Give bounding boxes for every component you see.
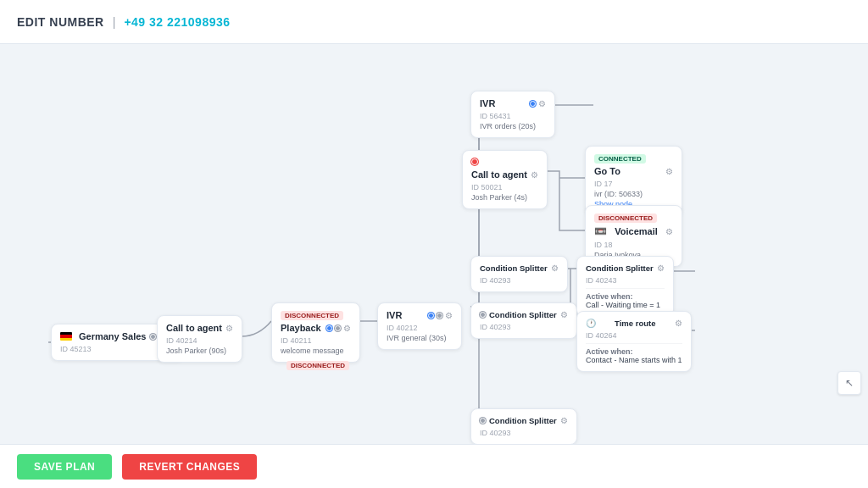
germany-sales-title: Germany Sales — [79, 331, 147, 341]
condition-mid-id: ID 40293 — [480, 323, 568, 331]
ivr-mid-gear[interactable]: ⚙ — [445, 311, 453, 320]
condition-right-top-active-value: Call - Waiting time = 1 — [586, 301, 665, 309]
ivr-top-title: IVR — [480, 98, 495, 108]
flag-germany — [60, 332, 72, 341]
goto-title: Go To — [594, 166, 620, 176]
condition-top-title: Condition Splitter — [480, 263, 548, 273]
goto-id: ID 17 — [594, 180, 673, 188]
call-agent-top-dot-red[interactable] — [471, 158, 478, 165]
dot-left[interactable] — [150, 334, 156, 340]
cursor-icon: ↖ — [845, 377, 854, 389]
playback-gear[interactable]: ⚙ — [343, 324, 351, 333]
time-route-node: 🕐 Time route ⚙ ID 40264 Active when: Con… — [576, 311, 692, 372]
call-agent-top-node: Call to agent ⚙ ID 50021 Josh Parker (4s… — [462, 150, 548, 209]
bottom-bar: SAVE PLAN REVERT CHANGES — [0, 444, 868, 488]
phone-number: +49 32 221098936 — [124, 15, 230, 29]
ivr-top-gear[interactable]: ⚙ — [538, 99, 546, 108]
goto-subtitle: ivr (ID: 50633) — [594, 190, 673, 198]
condition-bot-id: ID 40293 — [480, 429, 568, 437]
voicemail-gear[interactable]: ⚙ — [665, 227, 673, 236]
call-agent-left-gear[interactable]: ⚙ — [225, 324, 233, 333]
call-agent-top-subtitle: Josh Parker (4s) — [471, 193, 538, 202]
condition-mid-title: Condition Splitter — [489, 310, 557, 319]
condition-bot-title: Condition Splitter — [489, 416, 557, 425]
condition-bot-node: Condition Splitter ⚙ ID 40293 — [470, 408, 577, 444]
condition-right-top-node: Condition Splitter ⚙ ID 40243 Active whe… — [576, 256, 674, 317]
condition-top-gear[interactable]: ⚙ — [551, 263, 559, 273]
ivr-mid-node: IVR ⚙ ID 40212 IVR general (30s) — [377, 302, 462, 350]
call-agent-left-title: Call to agent — [166, 323, 222, 333]
scroll-helper[interactable]: ↖ — [837, 371, 861, 395]
time-route-title: Time route — [615, 319, 655, 328]
condition-right-top-active-label: Active when: — [586, 292, 665, 301]
goto-gear[interactable]: ⚙ — [665, 167, 673, 176]
canvas: Germany Sales ⚙ ID 45213 Call to agent ⚙… — [0, 44, 868, 444]
condition-mid-dot[interactable] — [480, 312, 486, 318]
ivr-mid-subtitle: IVR general (30s) — [387, 334, 453, 342]
ivr-top-subtitle: IVR orders (20s) — [480, 122, 546, 130]
goto-badge: CONNECTED — [594, 154, 646, 164]
header: EDIT NUMBER | +49 32 221098936 — [0, 0, 868, 44]
ivr-mid-dot-blue[interactable] — [428, 313, 434, 319]
playback-id: ID 40211 — [281, 336, 351, 345]
call-agent-top-title: Call to agent — [471, 169, 527, 180]
call-agent-left-id: ID 40214 — [166, 336, 233, 345]
voicemail-title: Voicemail — [615, 226, 658, 236]
revert-changes-button[interactable]: REVERT CHANGES — [122, 454, 257, 480]
condition-top-node: Condition Splitter ⚙ ID 40293 — [470, 256, 568, 292]
condition-bot-gear[interactable]: ⚙ — [560, 416, 568, 425]
time-route-gear[interactable]: ⚙ — [675, 319, 682, 328]
call-agent-left-node: Call to agent ⚙ ID 40214 Josh Parker (90… — [157, 315, 242, 363]
call-agent-left-subtitle: Josh Parker (90s) — [166, 347, 233, 355]
condition-top-id: ID 40293 — [480, 276, 559, 285]
condition-mid-gear[interactable]: ⚙ — [560, 310, 568, 319]
playback-title: Playback — [281, 323, 321, 333]
condition-bot-dot[interactable] — [480, 418, 486, 424]
playback-subtitle: welcome message — [281, 347, 351, 355]
ivr-top-id: ID 56431 — [480, 112, 546, 120]
condition-right-top-gear[interactable]: ⚙ — [657, 263, 665, 273]
save-plan-button[interactable]: SAVE PLAN — [17, 454, 112, 480]
voicemail-icon: 📼 — [594, 225, 607, 237]
playback-lower-badge: DISCONNECTED — [287, 361, 349, 370]
condition-mid-node: Condition Splitter ⚙ ID 40293 — [470, 302, 577, 339]
playback-node: DISCONNECTED Playback ⚙ ID 40211 welcome… — [271, 302, 360, 363]
ivr-top-dot-blue[interactable] — [530, 101, 536, 107]
time-route-active-value: Contact - Name starts with 1 — [586, 356, 682, 364]
ivr-mid-id: ID 40212 — [387, 324, 453, 332]
ivr-mid-dot-grey[interactable] — [437, 313, 442, 319]
header-divider: | — [113, 15, 116, 29]
edit-label: EDIT NUMBER — [17, 15, 104, 29]
call-agent-top-gear[interactable]: ⚙ — [531, 170, 538, 180]
voicemail-id: ID 18 — [594, 241, 673, 249]
playback-dot-grey[interactable] — [335, 325, 341, 331]
ivr-mid-title: IVR — [387, 310, 402, 320]
time-route-active-label: Active when: — [586, 347, 682, 356]
time-route-id: ID 40264 — [586, 331, 682, 340]
voicemail-badge: DISCONNECTED — [594, 214, 657, 223]
condition-right-top-id: ID 40243 — [586, 276, 665, 285]
ivr-top-node: IVR ⚙ ID 56431 IVR orders (20s) — [470, 91, 555, 138]
call-agent-top-id: ID 50021 — [471, 183, 538, 191]
condition-right-top-title: Condition Splitter — [586, 263, 654, 273]
connections-svg — [0, 44, 868, 444]
time-route-icon: 🕐 — [586, 319, 596, 328]
playback-dot-blue[interactable] — [326, 325, 332, 331]
playback-badge: DISCONNECTED — [281, 311, 343, 320]
